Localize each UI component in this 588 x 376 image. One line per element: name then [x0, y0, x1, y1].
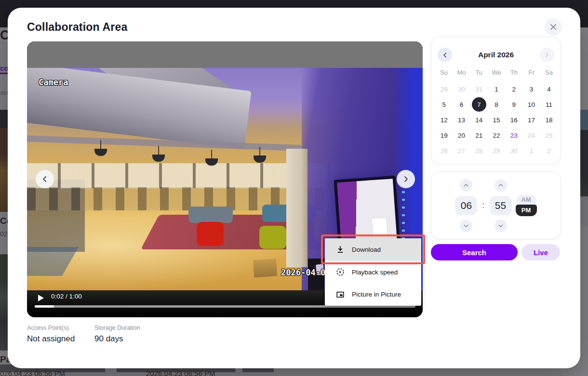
weekday-label: Tu — [475, 69, 482, 76]
scene-tv-picture — [372, 218, 388, 235]
scene-pendant-lamp — [254, 156, 266, 163]
minute-column: 55 — [490, 179, 512, 232]
scene-olive-chair — [259, 226, 286, 249]
minute-down-button[interactable] — [494, 220, 507, 232]
menu-item-label: Download — [352, 246, 381, 253]
calendar-day[interactable]: 18 — [542, 113, 556, 127]
hour-down-button[interactable] — [460, 220, 472, 232]
next-camera-button[interactable] — [397, 170, 415, 188]
weekday-label: We — [492, 69, 501, 76]
play-button[interactable] — [38, 295, 44, 301]
calendar-header: April 2026 — [438, 48, 554, 62]
time-colon: : — [482, 200, 484, 210]
calendar-day[interactable]: 29 — [489, 143, 504, 158]
calendar-day[interactable]: 19 — [437, 128, 451, 143]
menu-item-label: Playback speed — [352, 269, 398, 276]
calendar-day[interactable]: 25 — [542, 128, 556, 143]
video-progress-fill — [35, 305, 54, 308]
playback-speed-icon — [335, 267, 345, 277]
weekday-label: Su — [440, 69, 448, 76]
menu-item-picture-in-picture[interactable]: Picture in Picture — [325, 283, 421, 306]
scene-column — [286, 149, 307, 267]
calendar-month-label: April 2026 — [478, 51, 514, 59]
weekday-label: Fr — [528, 69, 534, 76]
calendar-day[interactable]: 8 — [489, 97, 504, 112]
calendar-day[interactable]: 1 — [524, 143, 539, 158]
calendar-day[interactable]: 20 — [454, 128, 468, 143]
calendar-day[interactable]: 16 — [507, 113, 521, 127]
calendar-prev-month-button[interactable] — [438, 48, 452, 62]
calendar-day[interactable]: 11 — [542, 97, 556, 112]
weekday-label: Mo — [457, 69, 466, 76]
storage-duration-value: 90 days — [94, 334, 123, 344]
calendar-day[interactable]: 10 — [524, 97, 539, 112]
hour-value[interactable]: 06 — [455, 196, 477, 215]
prev-camera-button[interactable] — [36, 170, 54, 188]
video-letterbox-bar — [27, 41, 423, 68]
access-points-value: Not assigned — [27, 334, 75, 344]
weekday-label: Th — [510, 69, 518, 76]
calendar-day[interactable]: 1 — [489, 82, 504, 96]
picture-in-picture-icon — [335, 290, 345, 299]
calendar-day[interactable]: 17 — [524, 113, 539, 127]
calendar-day[interactable]: 7 — [472, 97, 486, 112]
calendar-day[interactable]: 2 — [507, 82, 521, 96]
access-points-label: Access Point(s) — [27, 324, 69, 331]
scene-gray-couch — [188, 207, 233, 223]
search-button[interactable]: Search — [431, 244, 518, 260]
scene-pendant-lamp — [152, 155, 165, 162]
calendar-day[interactable]: 3 — [524, 82, 539, 96]
pm-button[interactable]: PM — [516, 205, 537, 216]
calendar-day[interactable]: 9 — [507, 97, 521, 112]
calendar-day[interactable]: 22 — [489, 128, 504, 143]
menu-item-playback-speed[interactable]: Playback speed — [325, 261, 421, 284]
calendar-weekday-row: Su Mo Tu We Th Fr Sa — [435, 69, 558, 76]
calendar-day[interactable]: 30 — [507, 143, 521, 158]
hour-column: 06 — [455, 179, 477, 232]
menu-item-download[interactable]: Download — [325, 238, 421, 261]
calendar-day[interactable]: 28 — [472, 143, 486, 158]
collaboration-area-modal: Collaboration Area — [8, 8, 580, 368]
calendar-day[interactable]: 15 — [489, 113, 504, 127]
calendar-day[interactable]: 2 — [542, 143, 556, 158]
calendar-day[interactable]: 6 — [454, 97, 468, 112]
meridiem-toggle: AM PM — [517, 195, 537, 216]
hour-up-button[interactable] — [460, 179, 472, 192]
calendar-day[interactable]: 27 — [454, 143, 468, 158]
calendar-day[interactable]: 12 — [437, 113, 451, 127]
calendar-day[interactable]: 5 — [437, 97, 451, 112]
calendar-day[interactable]: 23 — [507, 128, 521, 143]
calendar-day[interactable]: 29 — [437, 82, 451, 96]
scene-red-chair — [197, 222, 224, 246]
close-icon[interactable] — [545, 18, 562, 36]
calendar-day[interactable]: 13 — [454, 113, 468, 127]
video-context-menu: Download Playback speed Picture in Pictu… — [325, 238, 421, 306]
weekday-label: Sa — [545, 69, 553, 76]
minute-up-button[interactable] — [494, 179, 507, 192]
download-icon — [335, 245, 345, 254]
calendar-next-month-button[interactable] — [540, 48, 554, 62]
calendar-day[interactable]: 4 — [542, 82, 556, 96]
camera-name-overlay: Camera — [39, 78, 68, 87]
modal-title: Collaboration Area — [27, 21, 128, 34]
calendar-day[interactable]: 26 — [437, 143, 451, 158]
calendar-day[interactable]: 14 — [472, 113, 486, 127]
video-timestamp-overlay: 2026-04-0 — [281, 268, 325, 277]
time-picker-card: 06 : 55 AM PM — [431, 171, 561, 239]
calendar-day[interactable]: 30 — [454, 82, 468, 96]
minute-value[interactable]: 55 — [490, 196, 512, 215]
live-button[interactable]: Live — [521, 244, 560, 260]
calendar-card: April 2026 Su Mo Tu We Th Fr Sa 29 30 31… — [431, 37, 561, 164]
calendar-day[interactable]: 31 — [472, 82, 486, 96]
am-button[interactable]: AM — [517, 195, 536, 205]
video-time-display: 0:02 / 1:00 — [51, 293, 82, 300]
scene-pendant-lamp — [94, 149, 107, 156]
calendar-day-grid: 29 30 31 1 2 3 4 5 6 7 8 9 10 11 12 13 1… — [435, 81, 558, 158]
calendar-day[interactable]: 24 — [524, 128, 539, 143]
menu-item-label: Picture in Picture — [352, 291, 401, 298]
calendar-day[interactable]: 21 — [472, 128, 486, 143]
scene-cardboard-box — [253, 259, 277, 277]
storage-duration-label: Storage Duration — [94, 324, 140, 331]
time-picker-row: 06 : 55 AM PM — [431, 172, 561, 239]
